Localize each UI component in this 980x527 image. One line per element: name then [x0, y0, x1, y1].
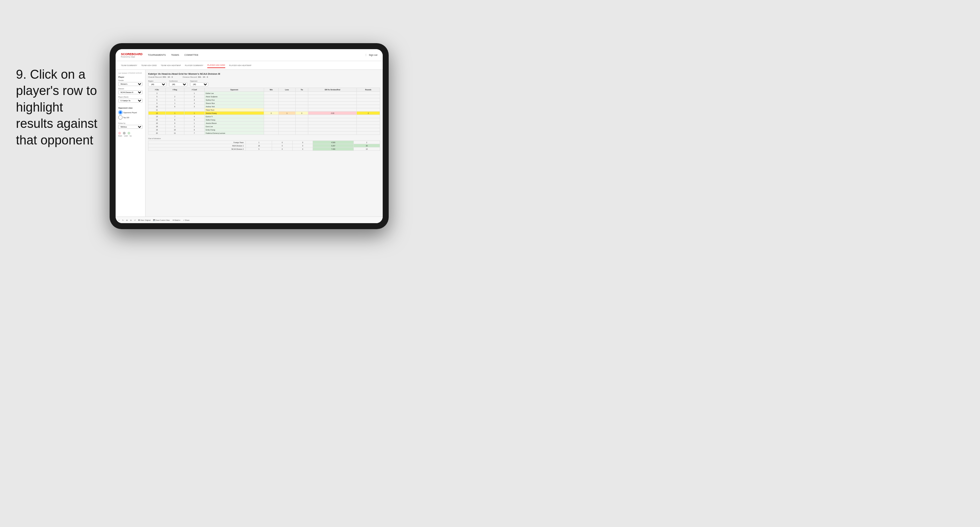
- toolbar-icon-1[interactable]: ⊞: [126, 219, 127, 221]
- out-of-division-table: Foreign Team1004.5002NAIA Division 11500…: [148, 140, 380, 151]
- tab-player-h2h-heatmap[interactable]: PLAYER H2H HEATMAP: [229, 63, 251, 68]
- table-row[interactable]: 31Esther Lee: [148, 92, 380, 95]
- table-row[interactable]: 1585Stella Chang: [148, 118, 380, 122]
- filters-row: Region (All) Conference (All) Opponent: [148, 80, 380, 86]
- table-row[interactable]: 1063Andrea York: [148, 105, 380, 108]
- col-reg: # Reg: [165, 88, 184, 92]
- opponent-view-section: Opponent view Opponents Played Top 100: [118, 107, 143, 119]
- top-nav: SCOREBOARD Powered by clippi TOURNAMENTS…: [116, 49, 383, 61]
- instruction-text: 9. Click on a player's row to highlight …: [16, 67, 102, 148]
- col-conf: # Conf: [184, 88, 204, 92]
- watch-button[interactable]: 👁 Watch ▾: [172, 219, 181, 221]
- top100-option[interactable]: Top 100: [118, 115, 143, 119]
- table-row[interactable]: 613Sydney Kuo: [148, 98, 380, 102]
- region-filter-label: Region: [148, 80, 166, 82]
- conference-filter-select[interactable]: (All): [169, 83, 187, 86]
- table-row[interactable]: 1822Euna Lee: [148, 125, 380, 128]
- overall-record: 353 - 34 - 6: [162, 76, 173, 78]
- nav-items: TOURNAMENTS TEAMS COMMITTEE: [148, 52, 366, 57]
- division-record-label: Division Record:: [183, 76, 197, 78]
- col-diff: Diff Av Strokes/Rnd: [308, 88, 357, 92]
- out-of-division-section: Out of division Foreign Team1004.5002NAI…: [148, 138, 380, 151]
- table-row[interactable]: 914Sharon Mun: [148, 102, 380, 105]
- overall-record-label: Overall Record:: [148, 76, 162, 78]
- table-row[interactable]: 19106Emily Chang: [148, 128, 380, 132]
- out-of-division-row: NCAA Division 25007.40010: [148, 148, 380, 151]
- nav-tournaments[interactable]: TOURNAMENTS: [148, 52, 166, 57]
- grid-title: Katelyn Vo Head-to-Head Grid for Women's…: [148, 72, 380, 75]
- tab-team-h2h-heatmap[interactable]: TEAM H2H HEATMAP: [161, 63, 181, 68]
- sidebar-timestamp: Last Updated: 27/03/2024 16:55:28: [118, 72, 143, 74]
- colour-dots: [118, 132, 143, 135]
- colour-by-label: Colour by: [118, 122, 143, 124]
- opponents-played-option[interactable]: Opponents Played: [118, 110, 143, 114]
- table-row[interactable]: 1474Eunice Yi: [148, 115, 380, 118]
- opponent-filter-select[interactable]: (All): [190, 83, 208, 86]
- col-loss: Loss: [278, 88, 295, 92]
- division-record: 331 - 34 - 6: [198, 76, 208, 78]
- sub-nav: TEAM SUMMARY TEAM H2H GRID TEAM H2H HEAT…: [116, 61, 383, 70]
- colour-by-select[interactable]: Win/loss: [118, 125, 143, 129]
- main-content: Last Updated: 27/03/2024 16:55:28 Player…: [116, 70, 383, 216]
- col-div: # Div: [148, 88, 166, 92]
- main-data-table: # Div # Reg # Conf Opponent Win Loss Tie…: [148, 88, 380, 135]
- player-rank-select[interactable]: 8. Katelyn Vo: [118, 98, 143, 103]
- col-tie: Tie: [295, 88, 308, 92]
- col-rounds: Rounds: [357, 88, 380, 92]
- col-win: Win: [264, 88, 278, 92]
- grid-area: Katelyn Vo Head-to-Head Grid for Women's…: [145, 70, 383, 216]
- out-of-division-label: Out of division: [148, 138, 380, 140]
- player-section-title: Player: [118, 76, 143, 78]
- table-row[interactable]: 11Heejo Hyun: [148, 108, 380, 111]
- device-screen: SCOREBOARD Powered by clippi TOURNAMENTS…: [116, 49, 383, 223]
- bottom-toolbar: ↩ ↻ ⊞ ⊟ ↺ 🖼 View: Original 💾 Save Custom…: [116, 216, 383, 223]
- region-filter-select[interactable]: (All): [148, 83, 166, 86]
- division-select[interactable]: NCAA Division III: [118, 90, 143, 94]
- colour-labels: Down Level Up: [118, 135, 143, 137]
- colour-section: Colour by Win/loss Down Level Up: [118, 122, 143, 137]
- tab-player-h2h-grid[interactable]: PLAYER H2H GRID: [207, 63, 225, 68]
- toolbar-icon-2[interactable]: ⊟: [130, 219, 132, 221]
- reset-button[interactable]: ↺: [134, 219, 135, 221]
- undo-button[interactable]: ↩: [118, 219, 119, 221]
- gender-label: Gender: [118, 79, 143, 81]
- nav-committee[interactable]: COMMITTEE: [185, 52, 198, 57]
- tab-team-summary[interactable]: TEAM SUMMARY: [121, 63, 137, 68]
- save-custom-button[interactable]: 💾 Save Custom View: [153, 219, 170, 221]
- opponent-view-title: Opponent view: [118, 107, 143, 109]
- logo: SCOREBOARD Powered by clippi: [121, 52, 143, 58]
- device-frame: SCOREBOARD Powered by clippi TOURNAMENTS…: [110, 43, 389, 229]
- conference-filter-group: Conference (All): [169, 80, 187, 86]
- out-of-division-row: Foreign Team1004.5002: [148, 141, 380, 144]
- down-dot: [118, 132, 121, 135]
- out-of-division-row: NAIA Division 115009.26730: [148, 144, 380, 148]
- view-original-button[interactable]: 🖼 View: Original: [138, 219, 151, 221]
- redo-button[interactable]: ↻: [122, 219, 124, 221]
- opponent-filter-label: Opponent: [190, 80, 208, 82]
- table-row[interactable]: 20117Federica Domecq Lacroze: [148, 132, 380, 135]
- gender-select[interactable]: Women's: [118, 82, 143, 86]
- col-opponent: Opponent: [205, 88, 264, 92]
- region-filter-group: Region (All): [148, 80, 166, 86]
- nav-teams[interactable]: TEAMS: [171, 52, 179, 57]
- tab-team-h2h-grid[interactable]: TEAM H2H GRID: [141, 63, 157, 68]
- grid-records: Overall Record: 353 - 34 - 6 Division Re…: [148, 76, 380, 78]
- up-dot: [127, 132, 130, 135]
- division-label: Division: [118, 88, 143, 90]
- player-rank-label: Player (Rank): [118, 96, 143, 98]
- opponent-view-options: Opponents Played Top 100: [118, 110, 143, 119]
- table-row[interactable]: 522Alexis Sudjianto: [148, 95, 380, 98]
- tab-player-summary[interactable]: PLAYER SUMMARY: [185, 63, 203, 68]
- sign-out-button[interactable]: Sign out: [366, 54, 377, 56]
- conference-filter-label: Conference: [169, 80, 187, 82]
- sidebar: Last Updated: 27/03/2024 16:55:28 Player…: [116, 70, 145, 216]
- table-row[interactable]: 1691Jessica Mason: [148, 122, 380, 125]
- level-dot: [123, 132, 126, 135]
- opponent-filter-group: Opponent (All): [190, 80, 208, 86]
- table-row[interactable]: 1311Jessica Huang010-3.002: [148, 111, 380, 115]
- share-button[interactable]: ↗ Share: [183, 219, 189, 221]
